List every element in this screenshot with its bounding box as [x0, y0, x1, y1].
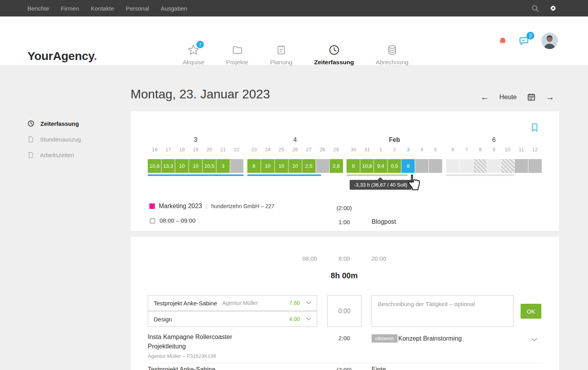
day-number: 28: [316, 147, 329, 157]
chevron-down-icon: [306, 317, 311, 321]
week-balance-tooltip: -3,33 h (36,67 / 40 Soll): [350, 180, 412, 190]
bookmark-icon[interactable]: [531, 123, 538, 132]
topbar-item-firmen[interactable]: Firmen: [61, 5, 79, 12]
topbar-menu: BerichteFirmenKontaktePersonalAusgaben: [27, 5, 199, 12]
day-end-time: 20:00: [363, 255, 394, 262]
nav-item-label: Projekte: [226, 59, 249, 66]
day-number: 26: [288, 147, 302, 157]
time-range: 08:00 – 09:00: [160, 217, 196, 224]
day-cell[interactable]: 8: [347, 159, 360, 173]
day-number: 2: [388, 147, 401, 157]
sidebar-item-stundenauszug[interactable]: Stundenauszug: [27, 131, 125, 147]
nav-item-projekte[interactable]: Projekte: [226, 43, 249, 66]
bell-icon[interactable]: [498, 36, 507, 45]
ok-button[interactable]: OK: [521, 304, 541, 319]
task-select-hours: 4,00: [289, 316, 300, 322]
day-cell[interactable]: 10: [289, 159, 302, 173]
topbar-item-berichte[interactable]: Berichte: [27, 5, 49, 12]
topbar-item-kontakte[interactable]: Kontakte: [91, 5, 114, 12]
nav-item-zeiterfassung[interactable]: Zeiterfassung: [314, 43, 354, 66]
logo-text: YourAgency: [27, 49, 94, 62]
week-day-cells: 10,813,3101010,53: [148, 159, 243, 173]
day-cell[interactable]: 10: [275, 159, 288, 173]
day-cell[interactable]: [429, 159, 442, 173]
day-cell[interactable]: 10: [175, 159, 189, 173]
sidebar: ZeiterfassungStundenauszugArbeitszeiten: [27, 116, 125, 163]
day-number: 9: [487, 147, 501, 157]
week-underline: [347, 174, 408, 176]
sidebar-item-zeiterfassung[interactable]: Zeiterfassung: [27, 116, 125, 131]
day-cell[interactable]: 10: [261, 159, 274, 173]
nav-item-planung[interactable]: Planung: [270, 43, 292, 66]
day-cell[interactable]: 3: [216, 159, 230, 173]
search-icon[interactable]: [532, 5, 539, 12]
client-tag-badge: citizenm: [372, 334, 397, 343]
week-day-numbers: 23242526272829: [247, 147, 343, 157]
day-cell[interactable]: [487, 159, 501, 173]
day-cell[interactable]: 9,4: [374, 159, 387, 173]
next-day-arrow-icon[interactable]: →: [546, 93, 554, 101]
task-select-value: Design: [154, 316, 172, 323]
entry-activity: Blogpost: [372, 218, 396, 225]
week-day-numbers: 16171819202122: [148, 147, 243, 157]
week-underline: [247, 174, 321, 176]
day-cell[interactable]: [415, 159, 428, 173]
topbar-right: [532, 0, 557, 16]
task-select[interactable]: Design 4,00: [148, 311, 317, 327]
nav-item-akquise[interactable]: 7Akquise: [183, 43, 204, 66]
day-cell[interactable]: [528, 159, 542, 173]
project-select[interactable]: Testprojekt Anke-Sabine Agentur Müller 7…: [148, 295, 317, 311]
header-right: 2: [498, 16, 558, 65]
calendar-icon[interactable]: [527, 93, 535, 101]
day-cell[interactable]: [460, 159, 473, 173]
topbar: BerichteFirmenKontaktePersonalAusgaben: [0, 0, 588, 16]
today-button[interactable]: Heute: [499, 93, 517, 101]
logo-dot: .: [94, 49, 97, 62]
client-name: hundertzehn GmbH – 227: [211, 203, 274, 209]
nav-item-label: Planung: [270, 59, 292, 66]
app-logo[interactable]: YourAgency.: [27, 49, 97, 63]
day-number: 4: [415, 147, 429, 157]
day-cell[interactable]: 13,3: [162, 159, 175, 173]
description-input[interactable]: [372, 295, 514, 327]
nav-item-abrechnung[interactable]: Abrechnung: [376, 43, 408, 66]
topbar-item-ausgaben[interactable]: Ausgaben: [161, 5, 187, 12]
chat-icon[interactable]: 2: [518, 35, 530, 47]
day-cell[interactable]: 10,8: [360, 159, 374, 173]
nav-item-label: Abrechnung: [376, 59, 408, 66]
week-group: 66789101112: [446, 136, 542, 176]
day-cell[interactable]: 2,5: [302, 159, 316, 173]
day-number: 11: [514, 147, 528, 157]
day-cell[interactable]: [515, 159, 528, 173]
nav-item-label: Akquise: [183, 59, 204, 66]
day-cell[interactable]: [501, 159, 514, 173]
notification-badge: 7: [196, 41, 204, 48]
week-group: Feb303112345810,89,40,58: [347, 136, 442, 176]
tracked-entry-row[interactable]: Marketing 2023 | hundertzehn GmbH – 227: [149, 203, 274, 210]
day-cell[interactable]: 10: [189, 159, 202, 173]
week-day-cells: [446, 159, 542, 173]
day-cell[interactable]: [474, 159, 487, 173]
day-cell[interactable]: [316, 159, 329, 173]
day-cell[interactable]: 10,5: [203, 159, 216, 173]
day-cell[interactable]: 10,8: [148, 159, 161, 173]
sidebar-item-arbeitszeiten[interactable]: Arbeitszeiten: [27, 147, 125, 163]
day-cell[interactable]: 8: [401, 159, 415, 173]
day-cell[interactable]: [230, 159, 243, 173]
avatar[interactable]: [541, 33, 558, 49]
day-cell[interactable]: 2,8: [330, 159, 343, 173]
day-cell[interactable]: 8: [247, 159, 261, 173]
week-day-cells: 81010102,52,8: [247, 159, 343, 173]
duration-input[interactable]: [327, 295, 361, 327]
topbar-item-personal[interactable]: Personal: [126, 5, 149, 12]
day-cell[interactable]: 0,5: [388, 159, 401, 173]
tracked-time-row[interactable]: 08:00 – 09:00: [149, 217, 196, 224]
gear-icon[interactable]: [550, 5, 557, 12]
expand-chevron-icon[interactable]: [531, 338, 537, 341]
prev-day-arrow-icon[interactable]: ←: [481, 93, 489, 101]
day-cell[interactable]: [446, 159, 459, 173]
day-number: 18: [175, 147, 189, 157]
page-title: Montag, 23. Januar 2023: [131, 87, 270, 102]
day-total-hours: 8h 00m: [313, 271, 376, 280]
day-number: 5: [428, 147, 442, 157]
